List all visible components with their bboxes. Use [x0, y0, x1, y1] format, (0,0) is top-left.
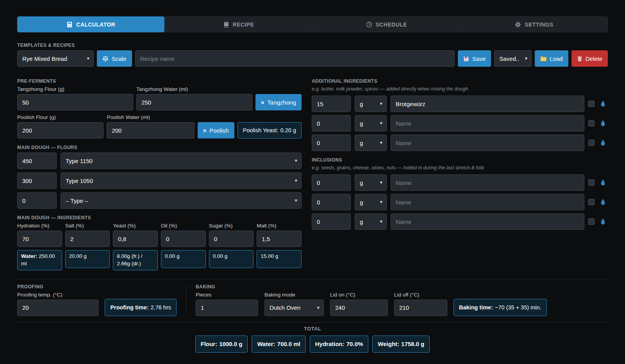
- baking-section: BAKING Pieces Baking mode Dutch Oven Lid…: [186, 284, 608, 316]
- salt-input[interactable]: [65, 231, 110, 247]
- yeast-result-badge: 8.00g (fr.) / 2.66g (dr.): [113, 250, 158, 270]
- malt-input[interactable]: [257, 231, 302, 247]
- baking-mode-label: Baking mode: [264, 292, 324, 298]
- additional-amount-input[interactable]: [312, 115, 351, 131]
- liquid-toggle[interactable]: [600, 218, 608, 226]
- poolish-water-input[interactable]: [107, 122, 194, 138]
- liquid-toggle[interactable]: [600, 120, 608, 127]
- right-column: ADDITIONAL INGREDIENTS e.g. butter, milk…: [312, 78, 608, 270]
- sugar-input[interactable]: [209, 231, 254, 247]
- lid-off-input[interactable]: [394, 300, 447, 316]
- tab-bar: CALCULATOR RECIPE SCHEDULE SETTINGS: [17, 16, 608, 32]
- delete-button[interactable]: Delete: [571, 50, 608, 67]
- hydration-input[interactable]: [17, 231, 62, 247]
- tangzhong-flour-input[interactable]: [17, 94, 133, 110]
- tab-settings[interactable]: SETTINGS: [461, 16, 608, 32]
- inclusion-name-input[interactable]: [391, 213, 584, 230]
- tab-label: SETTINGS: [525, 21, 553, 28]
- flour-amount-input[interactable]: [17, 172, 57, 189]
- droplet-icon: [600, 100, 606, 108]
- liquid-toggle[interactable]: [600, 100, 608, 108]
- tangzhong-water-input[interactable]: [136, 94, 252, 110]
- left-column: PRE-FERMENTS Tangzhong Flour (g) Tangzho…: [17, 78, 302, 270]
- inclusion-amount-input[interactable]: [312, 194, 351, 210]
- remove-poolish-button[interactable]: × Poolish: [198, 122, 234, 138]
- close-icon: ×: [203, 128, 207, 133]
- proofing-temp-input[interactable]: [17, 300, 98, 316]
- load-button[interactable]: Load: [535, 50, 568, 67]
- flour-row: Type 1150: [17, 153, 302, 169]
- droplet-icon: [600, 139, 606, 147]
- gear-icon: [515, 21, 521, 28]
- additional-hint: e.g. butter, milk powder, spices — added…: [312, 86, 608, 92]
- close-icon: ×: [261, 99, 264, 105]
- flour-type-select[interactable]: Type 1150: [61, 153, 302, 169]
- inclusion-checkbox[interactable]: [588, 199, 595, 205]
- proofing-section: PROOFING Proofing temp. (°C) Proofing ti…: [17, 284, 186, 316]
- recipe-name-input[interactable]: [135, 50, 455, 67]
- additional-amount-input[interactable]: [312, 135, 351, 151]
- malt-result-badge: 15.00 g: [257, 250, 302, 268]
- proofing-time-badge: Proofing time: 2.76 hrs: [105, 299, 177, 316]
- total-hydration-badge: Hydration:70.0%: [310, 336, 369, 353]
- poolish-flour-input[interactable]: [17, 122, 104, 138]
- additional-name-input[interactable]: [391, 115, 584, 131]
- inclusion-name-input[interactable]: [391, 194, 584, 210]
- liquid-toggle[interactable]: [600, 199, 608, 206]
- templates-controls: Rye Mixed Bread Scale Save Saved... Load…: [17, 50, 608, 67]
- flour-type-select[interactable]: Type 1050: [61, 172, 302, 189]
- bottom-bar: PROOFING Proofing temp. (°C) Proofing ti…: [17, 279, 608, 316]
- scale-button[interactable]: Scale: [97, 50, 132, 67]
- oil-input[interactable]: [161, 231, 206, 247]
- additional-checkbox[interactable]: [588, 120, 595, 126]
- droplet-icon: [600, 120, 606, 127]
- additional-unit-select[interactable]: g: [355, 115, 387, 131]
- inclusion-unit-select[interactable]: g: [355, 194, 387, 210]
- additional-unit-select[interactable]: g: [355, 96, 387, 112]
- ingredient-column-hydration: Hydration (%) Water: 250.00 ml: [17, 223, 62, 270]
- additional-name-input[interactable]: [391, 96, 584, 112]
- proofing-title: PROOFING: [17, 284, 177, 289]
- additional-amount-input[interactable]: [312, 96, 351, 112]
- yeast-input[interactable]: [113, 231, 158, 247]
- saved-recipes-select[interactable]: Saved...: [494, 50, 532, 67]
- ingredient-column-salt: Salt (%) 20.00 g: [65, 223, 110, 270]
- inclusion-amount-input[interactable]: [312, 174, 351, 191]
- tab-schedule[interactable]: SCHEDULE: [313, 16, 460, 32]
- preferments-title: PRE-FERMENTS: [17, 78, 302, 84]
- baking-time-badge: Baking time: ~70 (35 + 35) min.: [454, 299, 547, 316]
- inclusion-checkbox[interactable]: [588, 179, 595, 186]
- inclusions-hint: e.g. seeds, grains, cheese, olives, nuts…: [312, 165, 608, 170]
- flour-amount-input[interactable]: [17, 192, 57, 209]
- inclusion-unit-select[interactable]: g: [355, 174, 387, 191]
- tab-label: SCHEDULE: [376, 21, 407, 28]
- additional-name-input[interactable]: [391, 135, 584, 151]
- lid-on-input[interactable]: [330, 300, 388, 316]
- inclusion-amount-input[interactable]: [312, 213, 351, 230]
- save-button[interactable]: Save: [458, 50, 491, 67]
- pieces-input[interactable]: [196, 300, 258, 316]
- remove-tangzhong-button[interactable]: × Tangzhong: [255, 94, 302, 110]
- baking-mode-select[interactable]: Dutch Oven: [264, 300, 324, 316]
- inclusion-name-input[interactable]: [391, 174, 584, 191]
- ingredient-column-malt: Malt (%) 15.00 g: [257, 223, 302, 270]
- liquid-toggle[interactable]: [600, 179, 608, 186]
- folder-icon: [540, 56, 546, 61]
- poolish-yeast-badge: Poolish Yeast: 0.20 g: [238, 122, 302, 138]
- baking-title: BAKING: [196, 284, 608, 289]
- flour-amount-input[interactable]: [17, 153, 57, 169]
- main-ingredients-grid: Hydration (%) Water: 250.00 ml Salt (%) …: [17, 223, 302, 270]
- flour-type-select[interactable]: – Type –: [61, 192, 302, 209]
- inclusion-unit-select[interactable]: g: [355, 213, 387, 230]
- sugar-result-badge: 0.00 g: [209, 250, 254, 268]
- inclusion-checkbox[interactable]: [588, 218, 595, 225]
- tab-recipe[interactable]: RECIPE: [165, 16, 312, 32]
- liquid-toggle[interactable]: [600, 139, 608, 147]
- additional-checkbox[interactable]: [588, 101, 595, 107]
- tangzhong-flour-label: Tangzhong Flour (g): [17, 86, 133, 92]
- additional-checkbox[interactable]: [588, 140, 595, 146]
- additional-unit-select[interactable]: g: [355, 135, 387, 151]
- water-result-badge: Water: 250.00 ml: [17, 250, 62, 270]
- tab-calculator[interactable]: CALCULATOR: [17, 16, 164, 32]
- template-select[interactable]: Rye Mixed Bread: [17, 50, 94, 67]
